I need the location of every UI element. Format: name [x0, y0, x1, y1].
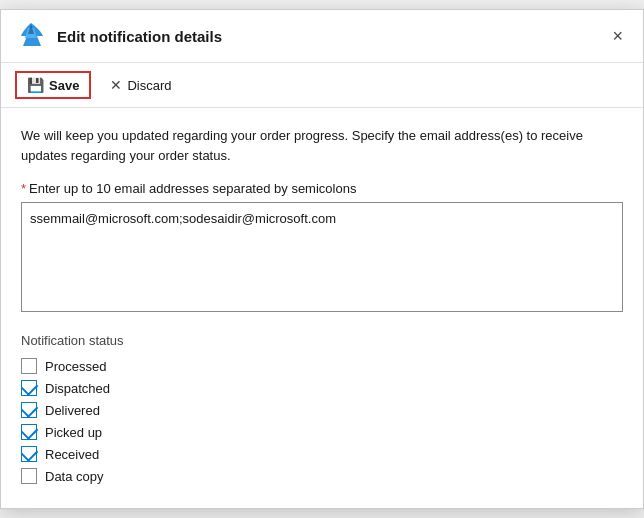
label-processed[interactable]: Processed [45, 359, 106, 374]
notification-section: Notification status Processed Dispatched… [21, 333, 623, 484]
dialog-title-area: Edit notification details [15, 20, 222, 52]
discard-icon: ✕ [110, 77, 122, 93]
checkbox-item-data-copy: Data copy [21, 468, 623, 484]
checkbox-picked-up[interactable] [21, 424, 37, 440]
checkbox-item-dispatched: Dispatched [21, 380, 623, 396]
label-received[interactable]: Received [45, 447, 99, 462]
checkbox-item-delivered: Delivered [21, 402, 623, 418]
email-textarea[interactable]: ssemmail@microsoft.com;sodesaidir@micros… [21, 202, 623, 312]
label-picked-up[interactable]: Picked up [45, 425, 102, 440]
edit-notification-dialog: Edit notification details × 💾 Save ✕ Dis… [0, 9, 644, 509]
discard-label: Discard [127, 78, 171, 93]
label-delivered[interactable]: Delivered [45, 403, 100, 418]
notification-status-title: Notification status [21, 333, 623, 348]
dialog-body: We will keep you updated regarding your … [1, 108, 643, 508]
checkbox-item-picked-up: Picked up [21, 424, 623, 440]
save-button[interactable]: 💾 Save [15, 71, 91, 99]
azure-icon [15, 20, 47, 52]
checkbox-received[interactable] [21, 446, 37, 462]
description-text: We will keep you updated regarding your … [21, 126, 623, 165]
label-dispatched[interactable]: Dispatched [45, 381, 110, 396]
checkbox-delivered[interactable] [21, 402, 37, 418]
checkbox-data-copy[interactable] [21, 468, 37, 484]
checkbox-item-received: Received [21, 446, 623, 462]
save-label: Save [49, 78, 79, 93]
email-field-label: *Enter up to 10 email addresses separate… [21, 181, 623, 196]
required-indicator: * [21, 181, 26, 196]
close-button[interactable]: × [606, 25, 629, 47]
save-icon: 💾 [27, 77, 44, 93]
checkbox-item-processed: Processed [21, 358, 623, 374]
dialog-title: Edit notification details [57, 28, 222, 45]
toolbar: 💾 Save ✕ Discard [1, 63, 643, 108]
discard-button[interactable]: ✕ Discard [99, 72, 182, 98]
checkbox-processed[interactable] [21, 358, 37, 374]
dialog-header: Edit notification details × [1, 10, 643, 63]
label-data-copy[interactable]: Data copy [45, 469, 104, 484]
checkbox-dispatched[interactable] [21, 380, 37, 396]
